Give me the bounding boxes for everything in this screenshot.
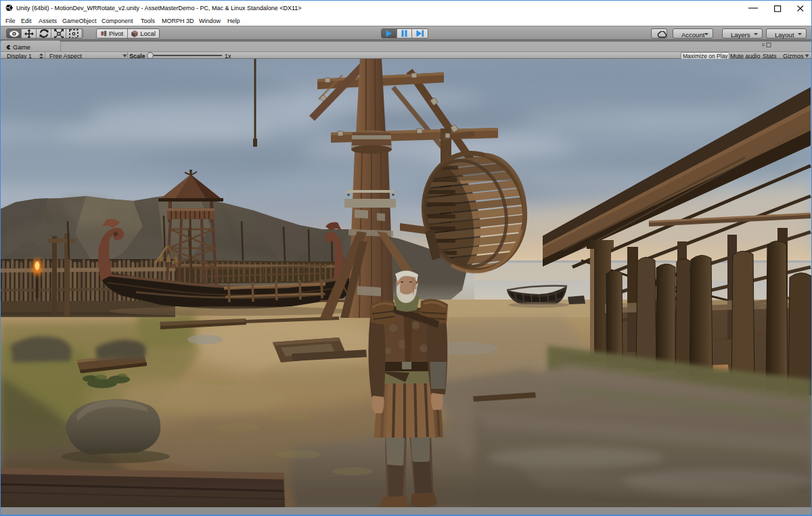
svg-text:1x: 1x — [225, 53, 231, 60]
